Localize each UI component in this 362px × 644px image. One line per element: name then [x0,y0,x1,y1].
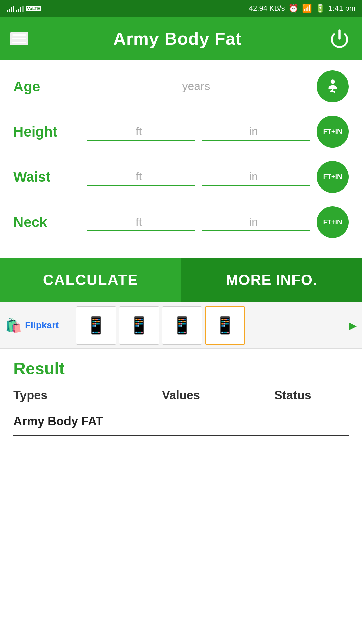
neck-in-wrapper [202,213,310,231]
waist-ft-input[interactable] [87,168,195,186]
age-input[interactable] [87,77,310,95]
menu-button[interactable] [10,32,28,45]
power-button[interactable] [327,26,352,51]
svg-point-1 [330,79,335,84]
calculate-button[interactable]: CALCULATE [0,258,181,302]
ad-phone-1: 📱 [76,306,116,345]
neck-input-group [87,213,310,231]
height-in-wrapper [202,123,310,141]
height-row: Height FT+IN [13,116,349,148]
app-title: Army Body Fat [113,29,242,49]
neck-label: Neck [13,214,81,230]
waist-label: Waist [13,169,81,185]
result-title: Result [13,359,349,378]
result-row-label: Army Body FAT [13,414,349,428]
power-icon [329,29,350,49]
app-header: Army Body Fat [0,17,362,60]
volte-badge: VoLTE [26,6,41,11]
result-table-header: Types Values Status [13,388,349,402]
age-input-wrapper [87,77,310,95]
height-ft-wrapper [87,123,195,141]
ad-phones: 📱 📱 📱 📱 [76,306,344,345]
waist-ft-wrapper [87,168,195,186]
alarm-icon: ⏰ [288,4,299,13]
flipkart-text: Flipkart [25,320,59,331]
svg-rect-3 [330,90,332,92]
ad-logo-area: 🛍️ Flipkart [5,318,73,333]
col-header-values: Values [125,388,237,402]
ad-phone-4: 📱 [205,306,245,345]
waist-in-input[interactable] [202,168,310,186]
col-header-status: Status [237,388,349,402]
person-icon [324,78,341,95]
col-header-types: Types [13,388,125,402]
neck-unit-button[interactable]: FT+IN [317,206,349,238]
neck-ft-wrapper [87,213,195,231]
height-in-input[interactable] [202,123,310,141]
ad-phone-2: 📱 [119,306,159,345]
signal-bars-2 [16,5,24,12]
battery-icon: 🔋 [315,4,325,13]
height-input-group [87,123,310,141]
person-gender-button[interactable] [317,70,349,102]
network-speed: 42.94 KB/s [249,4,285,13]
status-right: 42.94 KB/s ⏰ 📶 🔋 1:41 pm [249,4,355,13]
result-divider [13,435,349,436]
waist-input-group [87,168,310,186]
waist-in-wrapper [202,168,310,186]
status-left: VoLTE [7,5,41,12]
result-row-army-body-fat: Army Body FAT [13,409,349,433]
status-bar: VoLTE 42.94 KB/s ⏰ 📶 🔋 1:41 pm [0,0,362,17]
height-label: Height [13,124,81,140]
neck-in-input[interactable] [202,213,310,231]
waist-ft-in-label: FT+IN [323,173,342,181]
action-buttons: CALCULATE MORE INFO. [0,258,362,302]
flipkart-logo-icon: 🛍️ [5,318,22,333]
waist-unit-button[interactable]: FT+IN [317,161,349,193]
ad-phone-3: 📱 [162,306,202,345]
waist-row: Waist FT+IN [13,161,349,193]
ad-banner[interactable]: 🛍️ Flipkart 📱 📱 📱 📱 ▶ [0,302,362,349]
ft-in-label: FT+IN [323,128,342,136]
neck-ft-in-label: FT+IN [323,218,342,226]
form-section: Age Height FT+IN [0,60,362,258]
ad-arrow-icon: ▶ [349,320,357,331]
result-section: Result Types Values Status Army Body FAT [0,349,362,436]
neck-ft-input[interactable] [87,213,195,231]
more-info-button[interactable]: MORE INFO. [181,258,362,302]
time-display: 1:41 pm [329,4,356,13]
age-label: Age [13,78,81,95]
height-unit-button[interactable]: FT+IN [317,116,349,148]
height-ft-input[interactable] [87,123,195,141]
age-row: Age [13,70,349,102]
neck-row: Neck FT+IN [13,206,349,238]
wifi-icon: 📶 [302,4,312,13]
signal-bars-1 [7,5,14,12]
